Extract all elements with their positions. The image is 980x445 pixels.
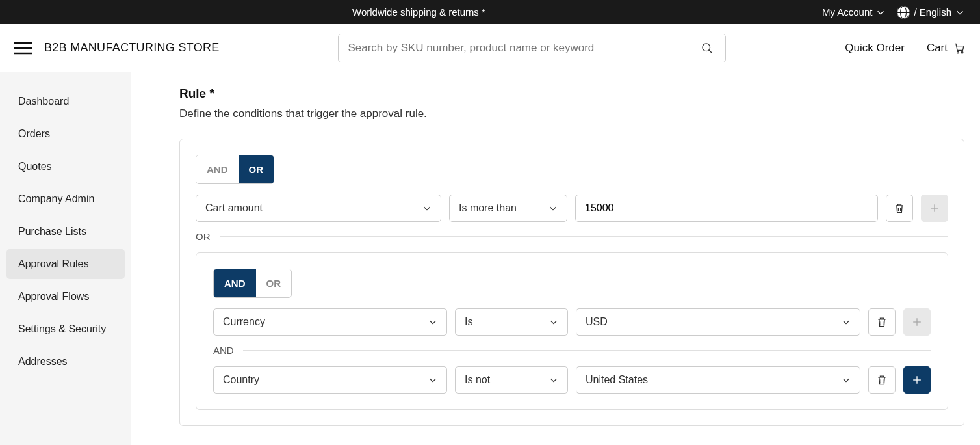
plus-icon [928, 202, 941, 215]
separator-label: OR [196, 231, 211, 242]
value-select-label: USD [586, 316, 608, 328]
cart-icon [953, 42, 966, 55]
chevron-down-icon [422, 204, 432, 213]
operator-select-value: Is more than [459, 202, 517, 214]
condition-row: Cart amount Is more than [196, 195, 948, 222]
globe-icon [897, 6, 910, 19]
svg-point-3 [703, 43, 710, 51]
value-select-label: United States [586, 374, 648, 386]
sidebar-item-addresses[interactable]: Addresses [6, 347, 125, 377]
logic-and-button[interactable]: AND [196, 155, 239, 183]
field-select-value: Currency [223, 316, 265, 328]
operator-select-value: Is not [465, 374, 490, 386]
chevron-down-icon [842, 317, 851, 327]
svg-line-4 [709, 49, 712, 53]
field-select-cart-amount[interactable]: Cart amount [196, 195, 441, 222]
separator-line [243, 350, 931, 351]
operator-select-value: Is [465, 316, 472, 328]
sidebar-item-approval-rules[interactable]: Approval Rules [6, 249, 125, 279]
operator-select[interactable]: Is more than [449, 195, 567, 222]
search-input[interactable] [339, 34, 688, 62]
field-select-value: Country [223, 374, 259, 386]
logic-or-button[interactable]: OR [239, 155, 274, 183]
chevron-down-icon [876, 8, 885, 17]
trash-icon [893, 202, 906, 215]
condition-row: Country Is not United States [213, 366, 931, 394]
chevron-down-icon [955, 8, 964, 17]
chevron-down-icon [549, 317, 558, 327]
chevron-down-icon [548, 204, 558, 213]
trash-icon [875, 316, 888, 329]
logic-and-button[interactable]: AND [214, 269, 256, 297]
sidebar-item-settings-security[interactable]: Settings & Security [6, 314, 125, 344]
logic-separator-or: OR [196, 231, 948, 242]
sidebar-item-purchase-lists[interactable]: Purchase Lists [6, 217, 125, 247]
cart-label: Cart [927, 42, 948, 55]
hamburger-icon[interactable] [14, 42, 32, 55]
separator-line [220, 236, 949, 237]
sidebar-item-approval-flows[interactable]: Approval Flows [6, 282, 125, 312]
chevron-down-icon [549, 375, 558, 384]
field-select-country[interactable]: Country [213, 366, 447, 394]
sidebar: Dashboard Orders Quotes Company Admin Pu… [0, 72, 131, 445]
sidebar-item-dashboard[interactable]: Dashboard [6, 87, 125, 116]
svg-point-5 [957, 51, 959, 53]
add-condition-button [903, 308, 931, 336]
field-select-currency[interactable]: Currency [213, 308, 447, 336]
separator-label: AND [213, 345, 234, 356]
field-select-value: Cart amount [205, 202, 263, 214]
store-logo[interactable]: B2B MANUFACTURING STORE [44, 41, 220, 55]
plus-icon [910, 316, 923, 329]
add-condition-button[interactable] [903, 366, 931, 394]
trash-icon [875, 373, 888, 386]
chevron-down-icon [842, 375, 851, 384]
logic-or-button[interactable]: OR [256, 269, 292, 297]
add-condition-button [921, 195, 948, 222]
delete-condition-button[interactable] [868, 366, 896, 394]
my-account-menu[interactable]: My Account [822, 7, 886, 18]
operator-select[interactable]: Is [455, 308, 568, 336]
logic-toggle-group2: AND OR [213, 269, 292, 298]
operator-select[interactable]: Is not [455, 366, 568, 394]
chevron-down-icon [428, 317, 437, 327]
logic-separator-and: AND [213, 345, 931, 356]
sidebar-item-orders[interactable]: Orders [6, 119, 125, 149]
rule-section-desc: Define the conditions that trigger the a… [179, 107, 964, 120]
plus-icon [910, 373, 923, 386]
rule-section-title: Rule * [179, 87, 964, 101]
search-bar [338, 34, 726, 62]
delete-condition-button[interactable] [886, 195, 913, 222]
chevron-down-icon [428, 375, 437, 384]
sidebar-item-quotes[interactable]: Quotes [6, 152, 125, 182]
promo-banner: Worldwide shipping & returns * [16, 7, 822, 18]
value-select-usd[interactable]: USD [576, 308, 860, 336]
sidebar-item-company-admin[interactable]: Company Admin [6, 184, 125, 214]
cart-link[interactable]: Cart [927, 42, 966, 55]
value-select-united-states[interactable]: United States [576, 366, 860, 394]
language-selector[interactable]: / English [897, 6, 964, 19]
delete-condition-button[interactable] [868, 308, 896, 336]
condition-row: Currency Is USD [213, 308, 931, 336]
value-input[interactable] [575, 195, 878, 222]
logic-toggle-group1: AND OR [196, 155, 274, 184]
rule-builder: AND OR Cart amount Is more than [179, 139, 964, 426]
language-label: / English [914, 7, 951, 18]
quick-order-link[interactable]: Quick Order [845, 42, 905, 55]
nested-condition-group: AND OR Currency Is USD [196, 252, 948, 410]
svg-point-6 [961, 51, 963, 53]
search-button[interactable] [688, 34, 725, 62]
my-account-label: My Account [822, 7, 873, 18]
search-icon [701, 42, 714, 55]
